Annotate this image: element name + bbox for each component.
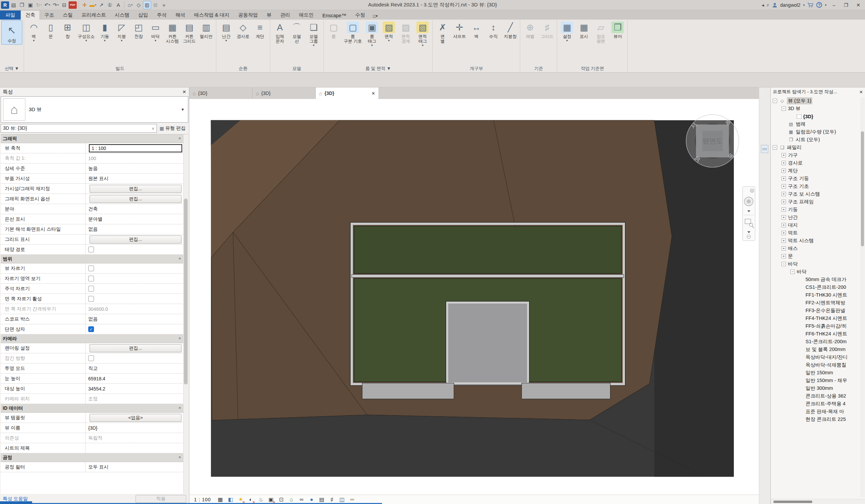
tree-item-구조 기초[interactable]: +구조 기초 <box>771 183 865 190</box>
ribbon-tab-해석[interactable]: 해석 <box>171 11 189 20</box>
tree-item-label[interactable]: 매스 <box>788 245 798 252</box>
tree-item-label[interactable]: 보 및 블록 200mm <box>806 346 845 353</box>
ribbon-button-계단[interactable]: ≡계단 <box>252 20 268 40</box>
print-icon[interactable]: ⊟ <box>60 1 68 9</box>
tree-item-시트 (모두)[interactable]: ❐시트 (모두) <box>771 136 865 143</box>
collapse-arrow-icon[interactable]: ◂ <box>762 2 764 8</box>
ribbon-button-설정[interactable]: ▦설정▼ <box>558 20 575 44</box>
browser-hscroll-thumb[interactable] <box>773 501 812 503</box>
expand-icon[interactable]: + <box>782 223 786 227</box>
ribbon-button-룸-태그[interactable]: ▣룸 태그▼ <box>364 20 380 48</box>
expand-icon[interactable]: + <box>782 254 786 258</box>
scene-3d-view[interactable]: 평면도 북 동 남 서 <box>189 99 759 495</box>
property-text[interactable]: 원본 표시 <box>88 176 108 182</box>
app-logo[interactable]: R <box>1 1 9 9</box>
tree-item-3D 뷰[interactable]: −3D 뷰 <box>771 105 865 113</box>
tree-item-label[interactable]: 일반 150mm - 채우 <box>806 377 847 384</box>
ribbon-button-창[interactable]: ⊞창 <box>59 20 76 40</box>
dropdown-chevron-icon[interactable]: ▼ <box>85 39 88 42</box>
ribbon-button-면적-태그[interactable]: ▧면적 태그▼ <box>414 20 431 48</box>
dropdown-chevron-icon[interactable]: ▾ <box>57 3 59 7</box>
ribbon-button-뷰어[interactable]: ❒뷰어 <box>609 20 626 40</box>
tree-item-label[interactable]: 옥상바닥-석재뿜칠 <box>806 362 846 368</box>
property-text[interactable]: 65918.4 <box>88 376 105 382</box>
ribbon-button-모델-선[interactable]: ⌒모델 선 <box>288 20 305 45</box>
tree-item-FF4-THK24 시멘트[interactable]: FF4-THK24 시멘트 <box>771 315 865 322</box>
ribbon-button-벽[interactable]: ↔벽 <box>468 20 485 40</box>
property-input[interactable]: 1 : 100 <box>89 144 182 152</box>
tree-item-문[interactable]: +문 <box>771 252 865 260</box>
ribbon-button-샤프트[interactable]: ✛샤프트 <box>451 20 468 40</box>
property-edit-button[interactable]: 편집... <box>90 195 182 203</box>
ribbon-button-커튼-시스템[interactable]: ▦커튼 시스템 <box>164 20 181 45</box>
property-section-공정[interactable]: 공정^ <box>1 453 188 462</box>
browser-horizontal-scrollbar[interactable] <box>771 499 865 504</box>
tree-item-label[interactable]: 시트 (모두) <box>796 137 820 143</box>
property-text[interactable]: 건축 <box>88 206 98 212</box>
help-icon[interactable]: ? <box>816 2 822 8</box>
tree-item-일반 150mm - 채우[interactable]: 일반 150mm - 채우 <box>771 377 865 384</box>
property-checkbox[interactable] <box>88 247 94 252</box>
navigation-bar[interactable] <box>743 186 755 241</box>
ribbon-button-룸-구분 기호[interactable]: ▢룸 구분 기호 <box>342 20 364 45</box>
instance-selector-chevron-icon[interactable]: ∨ <box>152 126 154 131</box>
tree-item-label[interactable]: 덕트 시스템 <box>788 237 814 244</box>
close-button[interactable]: ✕ <box>854 2 863 8</box>
dropdown-chevron-icon[interactable]: ▼ <box>312 44 315 47</box>
ribbon-tab-삽입[interactable]: 삽입 <box>134 11 152 20</box>
tree-item-label[interactable]: 난간 <box>788 214 798 221</box>
displacement-sets-icon[interactable]: ◫ <box>338 495 346 504</box>
ribbon-tab-구조[interactable]: 구조 <box>40 11 58 20</box>
ribbon-tab-시스템[interactable]: 시스템 <box>111 11 134 20</box>
tree-item-label[interactable]: 바닥 <box>797 269 807 275</box>
property-text[interactable]: 34554.2 <box>88 386 105 391</box>
locked-3d-view-icon[interactable]: ⌂ <box>287 495 296 504</box>
tree-item-FF6-THK24 시멘트[interactable]: FF6-THK24 시멘트 <box>771 330 865 338</box>
tree-item-label[interactable]: CS1-콘크리트-200 <box>806 284 846 291</box>
section-collapse-icon[interactable]: ^ <box>179 406 181 410</box>
tree-item-label[interactable]: 표준 판재-목재 마 <box>806 408 844 415</box>
tree-item-label[interactable]: FF5-쇠흙손마감/히 <box>806 323 847 329</box>
tree-item-label[interactable]: 패밀리 <box>787 144 802 151</box>
expand-icon[interactable]: + <box>782 200 786 204</box>
ribbon-tab-건축[interactable]: 건축 <box>21 10 40 20</box>
tree-item-label[interactable]: {3D} <box>803 114 813 119</box>
tree-item-FF1-THK30 시멘트[interactable]: FF1-THK30 시멘트 <box>771 291 865 299</box>
ribbon-button-레벨[interactable]: ⊕레벨 <box>521 20 539 40</box>
view-tab-close-icon[interactable]: ✕ <box>371 91 375 96</box>
ribbon-button-그리드[interactable]: ♯그리드 <box>539 20 555 40</box>
property-edit-button[interactable]: 편집... <box>90 185 182 193</box>
modify-pin-icon[interactable]: ✛ <box>80 1 89 9</box>
tree-item-50mm 금속 데크가[interactable]: 50mm 금속 데크가 <box>771 276 865 283</box>
tree-item-보 및 블록 200mm[interactable]: 보 및 블록 200mm <box>771 345 865 353</box>
properties-scrollbar-thumb[interactable] <box>184 199 188 384</box>
property-text[interactable]: 분야별 <box>88 216 102 222</box>
dropdown-chevron-icon[interactable]: ▼ <box>103 39 106 42</box>
ribbon-tab-매스작업 & 대지[interactable]: 매스작업 & 대지 <box>189 11 234 20</box>
expand-icon[interactable]: + <box>782 176 786 181</box>
tree-item-표준 판재-목재 마[interactable]: 표준 판재-목재 마 <box>771 408 865 415</box>
property-section-범위[interactable]: 범위^ <box>1 255 188 263</box>
crop-region-icon[interactable]: ⊡ <box>277 495 285 504</box>
property-section-그래픽[interactable]: 그래픽^ <box>1 134 188 143</box>
properties-close-icon[interactable]: ✕ <box>182 89 186 95</box>
ribbon-tab-관리[interactable]: 관리 <box>276 11 295 20</box>
tree-item-label[interactable]: 문 <box>788 253 793 259</box>
dropdown-chevron-icon[interactable]: ▾ <box>95 3 96 7</box>
collapse-icon[interactable]: − <box>782 262 786 266</box>
export-pdf-icon[interactable]: PDF <box>69 1 77 9</box>
ribbon-button-입체-문자[interactable]: A입체 문자 <box>272 20 288 45</box>
dropdown-chevron-icon[interactable]: ▼ <box>566 39 568 42</box>
ribbon-tab-프리캐스트[interactable]: 프리캐스트 <box>77 11 111 20</box>
tree-item-label[interactable]: 일반 150mm <box>806 370 833 376</box>
signed-in-user[interactable]: dangwol2 <box>780 2 800 8</box>
ribbon-tab-뷰[interactable]: 뷰 <box>262 11 276 20</box>
temporary-view-properties-icon[interactable]: ▤ <box>318 495 326 504</box>
ribbon-button-경사로[interactable]: ◇경사로 <box>234 20 252 40</box>
instance-selector[interactable]: 3D 뷰: {3D} ∨ <box>1 124 157 133</box>
section-collapse-icon[interactable]: ^ <box>179 137 181 141</box>
expand-icon[interactable]: + <box>782 215 786 220</box>
tree-item-경사로[interactable]: +경사로 <box>771 159 865 167</box>
browser-vscroll-thumb[interactable] <box>861 131 864 246</box>
ribbon-button-문[interactable]: ▯문 <box>42 20 59 40</box>
